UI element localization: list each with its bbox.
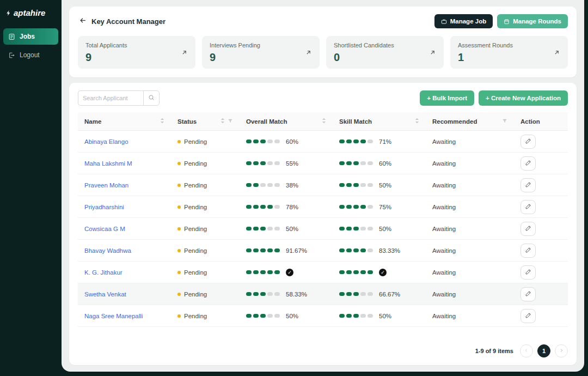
bulk-import-button[interactable]: + Bulk Import	[420, 90, 474, 106]
match-dot	[360, 292, 366, 296]
edit-applicant-button[interactable]	[520, 156, 536, 171]
stat-value: 1	[458, 52, 513, 63]
edit-applicant-button[interactable]	[520, 265, 536, 280]
status-label: Pending	[184, 182, 207, 189]
column-header-overall-match[interactable]: Overall Match	[240, 112, 333, 131]
applicants-toolbar: + Bulk Import + Create New Application	[78, 90, 568, 106]
header-buttons: Manage Job Manage Rounds	[434, 14, 568, 28]
sidebar-item-logout[interactable]: Logout	[3, 47, 58, 63]
column-header-skill-match[interactable]: Skill Match	[333, 112, 426, 131]
applicant-name-link[interactable]: Cowsicaa G M	[84, 226, 125, 232]
column-header-status[interactable]: Status	[171, 112, 240, 131]
sidebar-item-jobs[interactable]: Jobs	[3, 28, 58, 45]
edit-applicant-button[interactable]	[520, 287, 536, 301]
match-dot	[360, 140, 366, 143]
arrow-up-right-icon[interactable]	[305, 49, 312, 56]
match-dot	[274, 248, 280, 252]
overall-match-dots: ✓	[246, 269, 326, 276]
match-dot	[367, 314, 373, 318]
back-button[interactable]	[78, 16, 91, 26]
status-dot-icon	[177, 314, 181, 318]
match-dot	[339, 292, 345, 296]
pagination-next-button[interactable]	[555, 344, 568, 357]
match-dot	[367, 248, 373, 252]
edit-pencil-icon	[525, 203, 532, 211]
applicant-name-link[interactable]: Abinaya Elango	[84, 138, 128, 145]
pagination-page-1-button[interactable]: 1	[537, 344, 550, 357]
match-dot	[367, 161, 373, 165]
applicant-name-link[interactable]: Priyadharshini	[84, 204, 124, 210]
status-cell: Pending	[177, 226, 233, 232]
applicant-name-link[interactable]: Bhavay Wadhwa	[84, 247, 131, 254]
match-dot	[246, 270, 252, 274]
match-dot	[246, 140, 252, 143]
applicant-name-link[interactable]: Maha Lakshmi M	[84, 160, 132, 167]
match-dot	[253, 140, 259, 143]
sort-icon[interactable]	[220, 118, 225, 125]
arrow-up-right-icon[interactable]	[181, 49, 188, 56]
match-dot	[253, 183, 259, 187]
recommended-label: Awaiting	[432, 269, 456, 276]
status-dot-icon	[177, 205, 181, 209]
manage-job-button[interactable]: Manage Job	[434, 14, 493, 28]
column-label: Name	[84, 118, 101, 125]
status-cell: Pending	[177, 204, 233, 210]
search-button[interactable]	[143, 90, 160, 106]
filter-icon[interactable]	[502, 118, 507, 125]
sort-icon[interactable]	[415, 118, 419, 125]
match-dot	[367, 205, 373, 209]
skill-match-percent: 50%	[379, 226, 391, 232]
edit-applicant-button[interactable]	[520, 178, 536, 192]
stat-value: 9	[210, 52, 260, 63]
edit-applicant-button[interactable]	[520, 222, 536, 236]
column-header-name[interactable]: Name	[78, 112, 171, 131]
page-title: Key Account Manager	[91, 17, 166, 26]
match-dot	[353, 292, 359, 296]
status-label: Pending	[184, 160, 207, 167]
create-new-application-button[interactable]: + Create New Application	[479, 90, 568, 106]
match-dot	[260, 183, 266, 187]
stat-card-total-applicants: Total Applicants9	[78, 36, 195, 69]
edit-applicant-button[interactable]	[520, 244, 536, 258]
status-dot-icon	[177, 162, 181, 165]
pagination-prev-button[interactable]	[520, 344, 533, 357]
arrow-up-right-icon[interactable]	[553, 49, 560, 56]
table-row: Maha Lakshmi MPending55%60%Awaiting	[78, 153, 568, 174]
stat-label: Interviews Pending	[210, 42, 260, 48]
match-dot	[253, 314, 259, 318]
status-dot-icon	[177, 293, 181, 296]
match-dot	[260, 270, 266, 274]
applicant-name-link[interactable]: Naga Sree Manepalli	[84, 313, 143, 319]
stat-label: Shortlisted Candidates	[334, 42, 394, 48]
match-dot	[346, 292, 352, 296]
table-row: Naga Sree ManepalliPending50%50%Awaiting	[78, 305, 568, 327]
sort-icon[interactable]	[322, 118, 326, 125]
status-cell: Pending	[177, 247, 233, 254]
match-dot	[346, 270, 352, 274]
match-dot	[353, 314, 359, 318]
filter-icon[interactable]	[228, 118, 233, 125]
manage-rounds-button[interactable]: Manage Rounds	[497, 14, 568, 28]
arrow-up-right-icon[interactable]	[429, 49, 436, 56]
sort-icon[interactable]	[160, 118, 164, 125]
table-row: Abinaya ElangoPending60%71%Awaiting	[78, 131, 568, 153]
edit-pencil-icon	[525, 225, 532, 233]
edit-applicant-button[interactable]	[520, 135, 536, 149]
match-dot	[353, 227, 359, 231]
edit-pencil-icon	[525, 312, 532, 320]
recommended-label: Awaiting	[432, 247, 456, 254]
applicant-name-link[interactable]: Praveen Mohan	[84, 182, 128, 189]
skill-match-percent: 66.67%	[379, 291, 400, 298]
search-input[interactable]	[78, 90, 143, 106]
applicant-name-link[interactable]: K. G. Jithakur	[84, 269, 122, 276]
status-cell: Pending	[177, 313, 233, 319]
overall-match-percent: 78%	[286, 204, 298, 210]
match-dot	[246, 227, 252, 231]
edit-applicant-button[interactable]	[520, 200, 536, 214]
overall-match-dots: 58.33%	[246, 291, 326, 298]
column-header-recommended[interactable]: Recommended	[426, 112, 514, 131]
match-dot	[339, 227, 345, 231]
edit-applicant-button[interactable]	[520, 309, 536, 323]
match-dot	[353, 205, 359, 209]
applicant-name-link[interactable]: Swetha Venkat	[84, 291, 126, 298]
